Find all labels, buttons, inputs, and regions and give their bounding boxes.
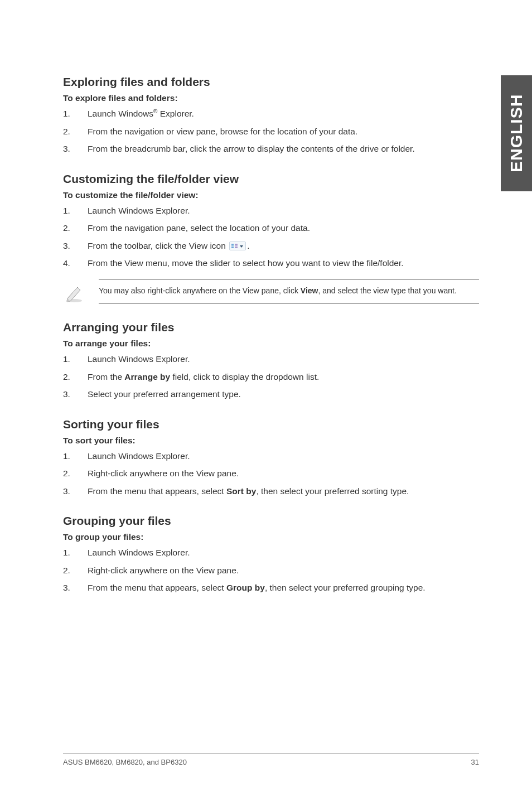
view-dropdown-icon	[229, 241, 246, 250]
list-exploring: 1. Launch Windows® Explorer. 2. From the…	[63, 108, 479, 156]
list-item: 1. Launch Windows Explorer.	[63, 205, 479, 217]
list-text: From the Arrange by field, click to disp…	[88, 371, 479, 383]
list-item: 2. From the navigation or view pane, bro…	[63, 125, 479, 138]
list-sorting: 1. Launch Windows Explorer. 2. Right-cli…	[63, 450, 479, 497]
list-item: 1. Launch Windows Explorer.	[63, 353, 479, 365]
list-number: 2.	[63, 564, 88, 577]
note-box: You may also right-click anywhere on the…	[63, 279, 479, 304]
subhead-arranging: To arrange your files:	[63, 339, 479, 349]
list-number: 3.	[63, 485, 88, 497]
list-item: 2. Right-click anywhere on the View pane…	[63, 564, 479, 577]
list-number: 1.	[63, 108, 88, 120]
list-text: Right-click anywhere on the View pane.	[88, 564, 479, 577]
list-arranging: 1. Launch Windows Explorer. 2. From the …	[63, 353, 479, 400]
list-text: Right-click anywhere on the View pane.	[88, 467, 479, 480]
list-text: Launch Windows Explorer.	[88, 547, 479, 559]
list-number: 2.	[63, 467, 88, 480]
list-text: From the View menu, move the slider to s…	[88, 257, 479, 269]
list-item: 2. From the navigation pane, select the …	[63, 222, 479, 234]
list-text: From the toolbar, click the View icon .	[88, 240, 479, 252]
list-text: Launch Windows Explorer.	[88, 353, 479, 365]
list-number: 3.	[63, 143, 88, 155]
list-number: 1.	[63, 547, 88, 559]
list-customizing: 1. Launch Windows Explorer. 2. From the …	[63, 205, 479, 270]
list-text: Select your preferred arrangement type.	[88, 388, 479, 400]
section-exploring: Exploring files and folders To explore f…	[63, 75, 479, 156]
list-item: 3. From the menu that appears, select Gr…	[63, 582, 479, 594]
list-number: 3.	[63, 388, 88, 400]
footer-page-number: 31	[471, 758, 479, 766]
pencil-icon	[63, 279, 99, 304]
list-text: From the navigation or view pane, browse…	[88, 125, 479, 138]
list-item: 3. From the menu that appears, select So…	[63, 485, 479, 497]
list-item: 3. Select your preferred arrangement typ…	[63, 388, 479, 400]
list-number: 4.	[63, 257, 88, 269]
list-text: From the menu that appears, select Group…	[88, 582, 479, 594]
list-item: 1. Launch Windows® Explorer.	[63, 108, 479, 120]
subhead-grouping: To group your files:	[63, 532, 479, 542]
heading-arranging: Arranging your files	[63, 321, 479, 334]
page-footer: ASUS BM6620, BM6820, and BP6320 31	[63, 753, 479, 766]
list-item: 4. From the View menu, move the slider t…	[63, 257, 479, 269]
heading-exploring: Exploring files and folders	[63, 75, 479, 89]
subhead-sorting: To sort your files:	[63, 436, 479, 446]
list-item: 2. Right-click anywhere on the View pane…	[63, 467, 479, 480]
section-sorting: Sorting your files To sort your files: 1…	[63, 418, 479, 497]
list-text: From the breadcrumb bar, click the arrow…	[88, 143, 479, 155]
list-text: Launch Windows Explorer.	[88, 205, 479, 217]
list-item: 1. Launch Windows Explorer.	[63, 450, 479, 462]
section-arranging: Arranging your files To arrange your fil…	[63, 321, 479, 400]
list-text: Launch Windows Explorer.	[88, 450, 479, 462]
list-number: 2.	[63, 371, 88, 383]
list-text: From the navigation pane, select the loc…	[88, 222, 479, 234]
list-item: 3. From the breadcrumb bar, click the ar…	[63, 143, 479, 155]
page-content: Exploring files and folders To explore f…	[0, 0, 532, 802]
list-number: 1.	[63, 205, 88, 217]
list-grouping: 1. Launch Windows Explorer. 2. Right-cli…	[63, 547, 479, 594]
list-number: 1.	[63, 353, 88, 365]
heading-sorting: Sorting your files	[63, 418, 479, 431]
list-text: Launch Windows® Explorer.	[88, 108, 479, 120]
list-item: 2. From the Arrange by field, click to d…	[63, 371, 479, 383]
section-customizing: Customizing the file/folder view To cust…	[63, 172, 479, 305]
list-number: 1.	[63, 450, 88, 462]
note-text: You may also right-click anywhere on the…	[99, 279, 479, 304]
list-number: 2.	[63, 222, 88, 234]
heading-grouping: Grouping your files	[63, 514, 479, 528]
footer-left: ASUS BM6620, BM6820, and BP6320	[63, 758, 187, 766]
section-grouping: Grouping your files To group your files:…	[63, 514, 479, 594]
list-text: From the menu that appears, select Sort …	[88, 485, 479, 497]
heading-customizing: Customizing the file/folder view	[63, 172, 479, 186]
subhead-exploring: To explore files and folders:	[63, 93, 479, 103]
list-number: 2.	[63, 125, 88, 138]
list-number: 3.	[63, 240, 88, 252]
subhead-customizing: To customize the file/folder view:	[63, 190, 479, 200]
list-item: 1. Launch Windows Explorer.	[63, 547, 479, 559]
list-item: 3. From the toolbar, click the View icon…	[63, 240, 479, 252]
list-number: 3.	[63, 582, 88, 594]
